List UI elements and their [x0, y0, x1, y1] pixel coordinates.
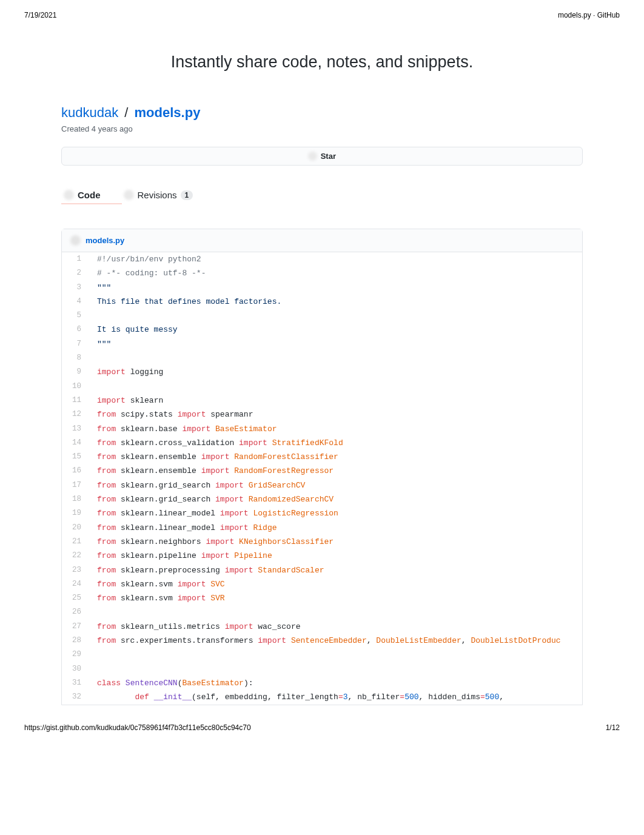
code-cell: This file that defines model factories.	[89, 295, 582, 309]
line-number[interactable]: 4	[62, 295, 89, 309]
print-date: 7/19/2021	[24, 11, 56, 19]
line-number[interactable]: 22	[62, 549, 89, 563]
revisions-count: 1	[181, 190, 193, 200]
code-row: 5	[62, 309, 582, 323]
line-number[interactable]: 15	[62, 450, 89, 464]
code-row: 16from sklearn.ensemble import RandomFor…	[62, 464, 582, 478]
star-label: Star	[321, 152, 336, 161]
code-cell: """	[89, 337, 582, 351]
file-box: models.py 1#!/usr/bin/env python22# -*- …	[61, 229, 583, 705]
code-row: 31class SentenceCNN(BaseEstimator):	[62, 676, 582, 690]
code-row: 19from sklearn.linear_model import Logis…	[62, 506, 582, 520]
code-row: 29	[62, 648, 582, 662]
footer-page: 1/12	[606, 723, 620, 732]
code-row: 30	[62, 662, 582, 676]
line-number[interactable]: 25	[62, 591, 89, 605]
line-number[interactable]: 26	[62, 605, 89, 619]
line-number[interactable]: 20	[62, 521, 89, 535]
line-number[interactable]: 23	[62, 563, 89, 577]
print-title: models.py · GitHub	[558, 11, 620, 19]
code-cell: from sklearn.cross_validation import Str…	[89, 436, 582, 450]
tab-revisions-label: Revisions	[138, 190, 177, 200]
code-row: 3"""	[62, 281, 582, 295]
code-cell: from src.experiments.transformers import…	[89, 634, 582, 648]
line-number[interactable]: 10	[62, 380, 89, 394]
line-number[interactable]: 24	[62, 577, 89, 591]
gist-file-link[interactable]: models.py	[135, 105, 201, 120]
line-number[interactable]: 12	[62, 407, 89, 421]
file-name-link[interactable]: models.py	[86, 236, 124, 245]
code-cell: from sklearn_utils.metrics import wac_sc…	[89, 620, 582, 634]
line-number[interactable]: 17	[62, 478, 89, 492]
line-number[interactable]: 14	[62, 436, 89, 450]
code-cell: from sklearn.ensemble import RandomFores…	[89, 464, 582, 478]
code-row: 27from sklearn_utils.metrics import wac_…	[62, 620, 582, 634]
line-number[interactable]: 9	[62, 365, 89, 379]
code-row: 26	[62, 605, 582, 619]
code-cell: import logging	[89, 365, 582, 379]
line-number[interactable]: 6	[62, 323, 89, 337]
code-cell	[89, 605, 582, 619]
tab-revisions[interactable]: Revisions 1	[121, 186, 196, 204]
code-row: 22from sklearn.pipeline import Pipeline	[62, 549, 582, 563]
code-cell: from sklearn.linear_model import Ridge	[89, 521, 582, 535]
code-row: 20from sklearn.linear_model import Ridge	[62, 521, 582, 535]
code-row: 8	[62, 351, 582, 365]
code-cell: from sklearn.ensemble import RandomFores…	[89, 450, 582, 464]
author-link[interactable]: kudkudak	[61, 105, 118, 120]
code-cell: """	[89, 281, 582, 295]
line-number[interactable]: 18	[62, 492, 89, 506]
line-number[interactable]: 3	[62, 281, 89, 295]
code-row: 10	[62, 380, 582, 394]
code-row: 17from sklearn.grid_search import GridSe…	[62, 478, 582, 492]
code-cell: It is quite messy	[89, 323, 582, 337]
code-cell: # -*- coding: utf-8 -*-	[89, 266, 582, 280]
line-number[interactable]: 2	[62, 266, 89, 280]
line-number[interactable]: 30	[62, 662, 89, 676]
file-icon	[70, 235, 81, 246]
code-row: 14from sklearn.cross_validation import S…	[62, 436, 582, 450]
code-row: 1#!/usr/bin/env python2	[62, 252, 582, 266]
line-number[interactable]: 8	[62, 351, 89, 365]
line-number[interactable]: 11	[62, 394, 89, 407]
line-number[interactable]: 19	[62, 506, 89, 520]
line-number[interactable]: 27	[62, 620, 89, 634]
tabs: Code Revisions 1	[61, 186, 583, 204]
star-button[interactable]: Star	[61, 147, 583, 166]
created-label: Created 4 years ago	[61, 124, 583, 133]
line-number[interactable]: 32	[62, 690, 89, 704]
code-row: 15from sklearn.ensemble import RandomFor…	[62, 450, 582, 464]
line-number[interactable]: 29	[62, 648, 89, 662]
code-cell	[89, 309, 582, 323]
code-row: 32 def __init__(self, embedding, filter_…	[62, 690, 582, 704]
code-cell: from sklearn.svm import SVC	[89, 577, 582, 591]
code-cell	[89, 662, 582, 676]
line-number[interactable]: 16	[62, 464, 89, 478]
line-number[interactable]: 31	[62, 676, 89, 690]
code-row: 7"""	[62, 337, 582, 351]
line-number[interactable]: 21	[62, 535, 89, 549]
star-icon	[308, 152, 317, 161]
code-row: 18from sklearn.grid_search import Random…	[62, 492, 582, 506]
slash: /	[124, 105, 128, 120]
file-header: models.py	[62, 229, 582, 252]
tab-code-label: Code	[78, 190, 101, 200]
code-cell	[89, 351, 582, 365]
line-number[interactable]: 13	[62, 422, 89, 436]
code-row: 21from sklearn.neighbors import KNeighbo…	[62, 535, 582, 549]
code-cell: class SentenceCNN(BaseEstimator):	[89, 676, 582, 690]
code-cell: from scipy.stats import spearmanr	[89, 407, 582, 421]
line-number[interactable]: 28	[62, 634, 89, 648]
code-cell: #!/usr/bin/env python2	[89, 252, 582, 266]
gist-header: kudkudak / models.py Created 4 years ago	[61, 105, 583, 133]
line-number[interactable]: 7	[62, 337, 89, 351]
line-number[interactable]: 1	[62, 252, 89, 266]
line-number[interactable]: 5	[62, 309, 89, 323]
tagline: Instantly share code, notes, and snippet…	[61, 53, 583, 72]
print-header: 7/19/2021 models.py · GitHub	[0, 0, 644, 19]
revisions-icon	[124, 190, 134, 200]
tab-code[interactable]: Code	[61, 186, 103, 204]
code-row: 4This file that defines model factories.	[62, 295, 582, 309]
code-row: 11import sklearn	[62, 394, 582, 407]
code-cell: from sklearn.base import BaseEstimator	[89, 422, 582, 436]
